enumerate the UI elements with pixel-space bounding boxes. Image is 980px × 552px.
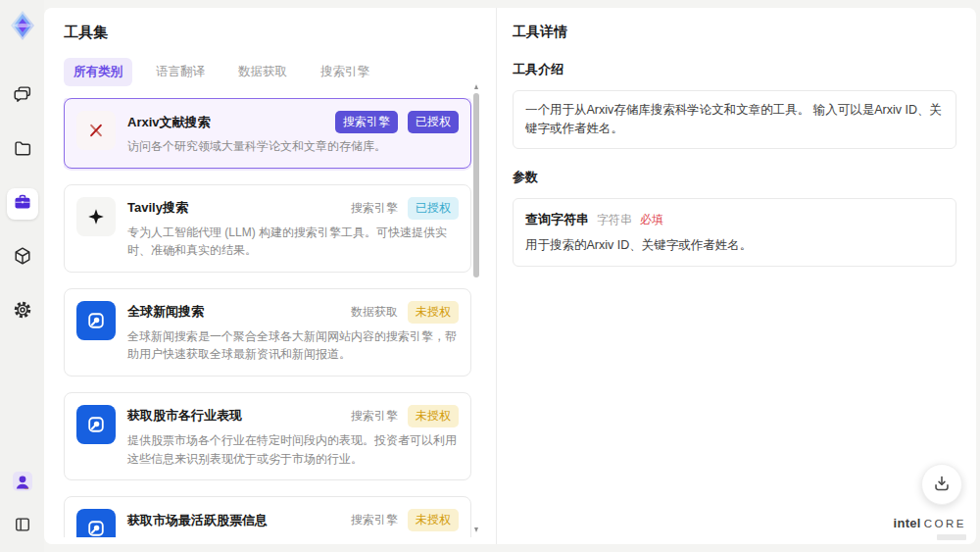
globalnews-icon <box>76 509 116 537</box>
layout-panel-icon <box>13 515 32 538</box>
tab-3[interactable]: 搜索引擎 <box>311 58 379 86</box>
sidebar-item-cube[interactable] <box>7 242 38 274</box>
tool-badges: 搜索引擎已授权 <box>335 111 459 133</box>
tool-card-body: Tavily搜索搜索引擎已授权专为人工智能代理 (LLM) 构建的搜索引擎工具。… <box>127 197 459 260</box>
tab-2[interactable]: 数据获取 <box>228 58 297 86</box>
app-logo-icon[interactable] <box>5 8 40 43</box>
sidebar-bottom <box>7 468 38 542</box>
settings-icon <box>12 299 33 325</box>
chat-icon <box>12 83 33 109</box>
tool-badges: 搜索引擎已授权 <box>351 197 459 220</box>
category-badge: 搜索引擎 <box>351 512 398 528</box>
params-heading: 参数 <box>513 169 956 186</box>
category-badge: 搜索引擎 <box>335 111 398 133</box>
intel-core-logo: intelcore <box>894 514 966 540</box>
sidebar-item-folder[interactable] <box>7 134 38 166</box>
page-title: 工具集 <box>64 24 495 42</box>
tool-card-body: 获取市场最活跃股票信息搜索引擎未授权提供当天交易量最高的股票列表，投资者可以利用… <box>127 509 459 537</box>
sidebar-nav <box>7 80 38 327</box>
tool-card[interactable]: Tavily搜索搜索引擎已授权专为人工智能代理 (LLM) 构建的搜索引擎工具。… <box>64 184 471 273</box>
param-type: 字符串 <box>597 212 632 228</box>
category-tabs: 所有类别语言翻译数据获取搜索引擎 <box>64 58 495 86</box>
auth-status-badge: 已授权 <box>408 197 459 220</box>
param-required-flag: 必填 <box>640 212 663 228</box>
sidebar-item-chat[interactable] <box>7 80 38 112</box>
tool-description: 全球新闻搜索是一个聚合全球各大新闻网站内容的搜索引擎，帮助用户快速获取全球最新资… <box>127 327 459 364</box>
auth-status-badge: 未授权 <box>408 301 459 324</box>
tool-card[interactable]: Arxiv文献搜索搜索引擎已授权访问各个研究领域大量科学论文和文章的存储库。 <box>64 98 471 169</box>
core-wordmark: core <box>924 518 966 529</box>
sidebar <box>0 0 44 552</box>
category-badge: 搜索引擎 <box>351 408 398 425</box>
content-panel: 工具集 所有类别语言翻译数据获取搜索引擎 Arxiv文献搜索搜索引擎已授权访问各… <box>44 8 976 544</box>
tool-badges: 搜索引擎未授权 <box>351 405 459 427</box>
intro-box: 一个用于从Arxiv存储库搜索科学论文和文章的工具。 输入可以是Arxiv ID… <box>513 90 956 149</box>
sidebar-item-user-avatar[interactable] <box>7 468 38 499</box>
detail-panel: 工具详情 工具介绍 一个用于从Arxiv存储库搜索科学论文和文章的工具。 输入可… <box>496 8 976 544</box>
tool-card[interactable]: 全球新闻搜索数据获取未授权全球新闻搜索是一个聚合全球各大新闻网站内容的搜索引擎，… <box>64 288 471 376</box>
auth-status-badge: 未授权 <box>408 405 459 427</box>
category-badge: 数据获取 <box>351 304 398 321</box>
detail-title: 工具详情 <box>513 24 956 41</box>
sidebar-item-toolbox[interactable] <box>7 188 38 220</box>
tavily-icon <box>76 197 116 236</box>
tab-0[interactable]: 所有类别 <box>64 58 132 86</box>
intel-wordmark: intel <box>894 516 921 530</box>
tool-name: 全球新闻搜索 <box>127 303 204 321</box>
cube-icon <box>12 245 33 271</box>
category-badge: 搜索引擎 <box>351 200 398 217</box>
list-scrollbar[interactable] <box>473 84 480 532</box>
arxiv-icon <box>76 111 116 150</box>
tool-badges: 搜索引擎未授权 <box>351 509 459 531</box>
tool-description: 提供股票市场各个行业在特定时间段内的表现。投资者可以利用这些信息来识别表现优于或… <box>127 431 459 468</box>
tool-name: Tavily搜索 <box>127 199 188 217</box>
tool-description: 提供当天交易量最高的股票列表，投资者可以利用这些信息来识别流动性强的股票和潜在的… <box>127 535 459 537</box>
tool-card[interactable]: 获取市场最活跃股票信息搜索引擎未授权提供当天交易量最高的股票列表，投资者可以利用… <box>64 496 471 537</box>
tool-name: 获取股市各行业表现 <box>127 407 242 425</box>
tool-description: 访问各个研究领域大量科学论文和文章的存储库。 <box>127 137 459 156</box>
scrollbar-thumb[interactable] <box>473 93 479 277</box>
tool-card-body: 获取股市各行业表现搜索引擎未授权提供股票市场各个行业在特定时间段内的表现。投资者… <box>127 405 459 468</box>
tool-description: 专为人工智能代理 (LLM) 构建的搜索引擎工具。可快速提供实时、准确和真实的结… <box>127 224 459 260</box>
param-header: 查询字符串 字符串 必填 <box>525 211 944 228</box>
tool-card-body: Arxiv文献搜索搜索引擎已授权访问各个研究领域大量科学论文和文章的存储库。 <box>127 111 459 156</box>
tool-name: 获取市场最活跃股票信息 <box>127 512 268 529</box>
tool-name: Arxiv文献搜索 <box>127 114 211 131</box>
auth-status-badge: 未授权 <box>408 509 459 531</box>
globalnews-icon <box>76 301 116 340</box>
globalnews-icon <box>76 405 116 444</box>
param-box: 查询字符串 字符串 必填 用于搜索的Arxiv ID、关键字或作者姓名。 <box>513 198 956 268</box>
sidebar-item-layout-panel[interactable] <box>7 511 38 542</box>
tab-1[interactable]: 语言翻译 <box>146 58 215 86</box>
toolbox-icon <box>12 191 33 217</box>
download-button[interactable] <box>921 464 962 505</box>
sidebar-item-settings[interactable] <box>7 296 38 327</box>
download-icon <box>931 473 953 497</box>
param-name: 查询字符串 <box>525 211 589 228</box>
tool-card[interactable]: 获取股市各行业表现搜索引擎未授权提供股票市场各个行业在特定时间段内的表现。投资者… <box>64 392 471 480</box>
tool-list: Arxiv文献搜索搜索引擎已授权访问各个研究领域大量科学论文和文章的存储库。Ta… <box>64 98 471 537</box>
param-description: 用于搜索的Arxiv ID、关键字或作者姓名。 <box>525 236 944 255</box>
user-avatar-icon <box>11 470 34 497</box>
intro-heading: 工具介绍 <box>513 61 956 78</box>
intro-text: 一个用于从Arxiv存储库搜索科学论文和文章的工具。 输入可以是Arxiv ID… <box>525 101 944 138</box>
auth-status-badge: 已授权 <box>408 111 459 133</box>
tools-column: 工具集 所有类别语言翻译数据获取搜索引擎 Arxiv文献搜索搜索引擎已授权访问各… <box>44 8 495 544</box>
tool-badges: 数据获取未授权 <box>351 301 459 324</box>
brand-subtext <box>937 534 966 540</box>
folder-icon <box>12 137 33 163</box>
tool-card-body: 全球新闻搜索数据获取未授权全球新闻搜索是一个聚合全球各大新闻网站内容的搜索引擎，… <box>127 301 459 364</box>
